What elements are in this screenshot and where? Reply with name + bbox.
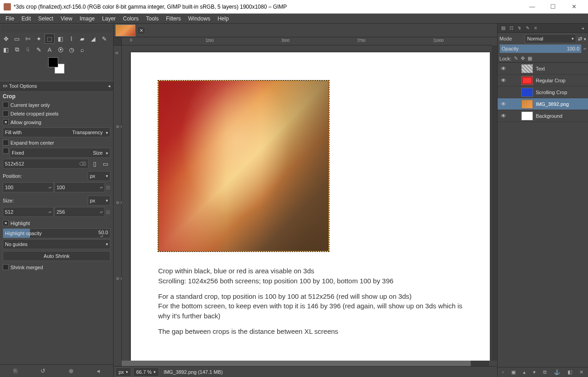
tool-path[interactable]: ✎: [34, 45, 44, 55]
lower-layer-icon[interactable]: ▾: [533, 369, 536, 375]
visibility-toggle[interactable]: 👁: [499, 77, 508, 84]
position-unit[interactable]: px▾: [88, 171, 110, 181]
menu-layer[interactable]: Layer: [99, 15, 120, 23]
lock-position-icon[interactable]: ✥: [521, 55, 525, 61]
maximize-button[interactable]: ☐: [543, 0, 563, 13]
fill-with-combo[interactable]: Fill with Transparency ▾: [3, 127, 110, 137]
menu-select[interactable]: Select: [35, 15, 57, 23]
tool-free-select[interactable]: ✄: [23, 34, 33, 44]
layer-item[interactable]: 👁 Background: [498, 110, 588, 122]
delete-layer-icon[interactable]: ✕: [579, 369, 583, 375]
dock-tab-brush[interactable]: ≡: [532, 25, 539, 31]
menu-windows[interactable]: Windows: [184, 15, 214, 23]
close-tab-button[interactable]: ×: [137, 26, 145, 35]
guides-combo[interactable]: No guides▾: [3, 239, 110, 249]
menu-help[interactable]: Help: [214, 15, 233, 23]
check-current-layer[interactable]: [3, 102, 9, 108]
tool-measure[interactable]: ◷: [66, 45, 76, 55]
blend-mode-combo[interactable]: Normal▾: [525, 34, 576, 43]
fixed-size-input[interactable]: 512x512⌫: [3, 159, 89, 169]
tool-rect-select[interactable]: ▭: [12, 34, 22, 44]
restore-options-icon[interactable]: ↺: [40, 367, 45, 374]
dock-tab-layers[interactable]: ▤: [499, 25, 507, 31]
menu-file[interactable]: File: [2, 15, 18, 23]
mode-switch-icon[interactable]: ⇄▾: [578, 36, 586, 42]
raise-layer-icon[interactable]: ▴: [523, 369, 526, 375]
scrollbar-vertical[interactable]: [492, 45, 497, 361]
reset-options-icon[interactable]: ◂: [97, 367, 100, 374]
layer-item[interactable]: 👁 Text: [498, 63, 588, 75]
dock-tab-undo[interactable]: ✎: [524, 25, 531, 31]
delete-options-icon[interactable]: ⊗: [69, 367, 74, 374]
tool-eraser[interactable]: ◧: [1, 45, 11, 55]
menu-image[interactable]: Image: [76, 15, 98, 23]
minimize-button[interactable]: —: [522, 0, 543, 13]
check-expand-center[interactable]: [3, 140, 9, 146]
fixed-combo[interactable]: Fixed Size ▾: [10, 148, 110, 158]
auto-shrink-button[interactable]: Auto Shrink: [3, 251, 110, 261]
position-x[interactable]: 100▴▾: [3, 182, 54, 192]
visibility-toggle[interactable]: 👁: [499, 113, 508, 119]
menu-view[interactable]: View: [57, 15, 76, 23]
status-unit[interactable]: px ▾: [115, 367, 131, 377]
opacity-slider[interactable]: Opacity 100.0: [499, 44, 582, 53]
duplicate-layer-icon[interactable]: ⧉: [543, 369, 547, 375]
save-options-icon[interactable]: ⎘: [14, 367, 17, 374]
size-chain-icon[interactable]: ⛓: [106, 210, 110, 215]
foreground-color[interactable]: [48, 57, 58, 67]
canvas[interactable]: Crop within black, blue or red is area v…: [122, 45, 492, 361]
lock-pixels-icon[interactable]: ✎: [514, 55, 518, 61]
dock-tab-channels[interactable]: ☷: [508, 25, 515, 31]
ruler-corner[interactable]: [114, 37, 122, 45]
layer-item[interactable]: 👁 Scrolling Crop: [498, 86, 588, 98]
size-w[interactable]: 512▴▾: [3, 207, 54, 217]
menu-filters[interactable]: Filters: [162, 15, 184, 23]
tool-move[interactable]: ✥: [1, 34, 11, 44]
status-zoom[interactable]: 66.7 %▾: [133, 367, 159, 377]
tool-fuzzy-select[interactable]: ✦: [34, 34, 44, 44]
visibility-toggle[interactable]: 👁: [499, 65, 508, 72]
new-layer-icon[interactable]: ▫: [502, 369, 504, 375]
orient-portrait[interactable]: ▯: [90, 159, 100, 169]
tool-gradient[interactable]: ◢: [88, 34, 98, 44]
position-chain-icon[interactable]: ⛓: [106, 185, 110, 190]
merge-layer-icon[interactable]: ⚓: [554, 369, 560, 375]
size-h[interactable]: 256▴▾: [55, 207, 105, 217]
tool-text[interactable]: A: [45, 45, 55, 55]
menu-edit[interactable]: Edit: [18, 15, 35, 23]
visibility-toggle[interactable]: 👁: [499, 101, 508, 107]
highlight-opacity-slider[interactable]: Highlight opacity 50.0▴▾: [3, 228, 110, 238]
ruler-vertical[interactable]: 0 2 5 0 5 0 0 7 5 0: [114, 45, 122, 361]
tool-color-picker[interactable]: ⦿: [55, 45, 65, 55]
tool-warp[interactable]: ⌇: [66, 34, 76, 44]
lock-alpha-icon[interactable]: ▦: [528, 55, 532, 61]
layer-item[interactable]: 👁 Regular Crop: [498, 75, 588, 86]
check-delete-cropped[interactable]: [3, 111, 9, 116]
dock-tab-paths[interactable]: ↯: [516, 25, 523, 31]
position-y[interactable]: 100▴▾: [55, 182, 105, 192]
layer-item[interactable]: 👁 IMG_3892.png: [498, 98, 588, 110]
tool-brush[interactable]: ✎: [99, 34, 109, 44]
new-group-icon[interactable]: ▣: [511, 369, 516, 375]
ruler-horizontal[interactable]: 0 |250 |500 |750 |1000: [122, 37, 492, 45]
scrollbar-horizontal[interactable]: [122, 361, 489, 366]
tool-crop[interactable]: ⬚: [45, 34, 55, 44]
check-fixed[interactable]: [3, 148, 9, 154]
tool-transform[interactable]: ◧: [55, 34, 65, 44]
check-highlight[interactable]: [3, 220, 9, 226]
tool-smudge[interactable]: ☟: [23, 45, 33, 55]
close-button[interactable]: ✕: [563, 0, 584, 13]
menu-tools[interactable]: Tools: [142, 15, 162, 23]
dock-menu-icon[interactable]: ◂: [579, 25, 586, 31]
mask-layer-icon[interactable]: ◧: [568, 369, 572, 375]
image-tab[interactable]: [115, 25, 135, 36]
check-allow-growing[interactable]: [3, 119, 9, 125]
size-unit[interactable]: px▾: [88, 196, 110, 206]
tool-clone[interactable]: ⧉: [12, 45, 22, 55]
tool-zoom[interactable]: ⌕: [77, 45, 87, 55]
crop-selection[interactable]: [158, 80, 329, 251]
tool-bucket[interactable]: ▰: [77, 34, 87, 44]
orient-landscape[interactable]: ▭: [100, 159, 110, 169]
menu-colors[interactable]: Colors: [120, 15, 143, 23]
check-shrink-merged[interactable]: [3, 264, 9, 270]
